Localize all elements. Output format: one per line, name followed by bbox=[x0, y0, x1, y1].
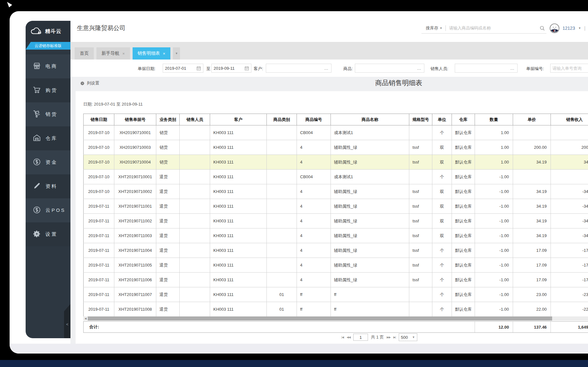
last-page-button[interactable]: ▶| bbox=[393, 336, 396, 339]
customer-filter-field[interactable]: … bbox=[266, 64, 331, 73]
table-row[interactable]: 2019-07-11XHT20190711001退货KH003 1114辅助属性… bbox=[84, 199, 588, 214]
table-cell: 2019-07-11 bbox=[84, 228, 114, 243]
prev-page-button[interactable]: ◀◀ bbox=[347, 336, 350, 339]
table-cell: 默认仓库 bbox=[452, 258, 475, 273]
close-icon[interactable]: × bbox=[163, 51, 166, 56]
calendar-icon[interactable] bbox=[196, 66, 201, 71]
page-size-select[interactable]: 500 ▼ bbox=[399, 333, 417, 341]
column-header[interactable]: 销售日期 bbox=[84, 114, 114, 125]
table-cell: XHT20190711004 bbox=[114, 243, 156, 258]
user-menu-caret-icon[interactable]: ▼ bbox=[578, 27, 581, 30]
sidebar-item-pencil[interactable]: 资料 bbox=[26, 174, 70, 198]
table-cell: 个 bbox=[432, 287, 452, 302]
column-header[interactable]: 业务类别 bbox=[156, 114, 180, 125]
tab-销售明细表[interactable]: 销售明细表× bbox=[133, 47, 171, 60]
user-id[interactable]: 12123 bbox=[563, 26, 575, 31]
table-cell: -23.00 bbox=[551, 287, 588, 302]
column-header[interactable]: 单价 bbox=[513, 114, 551, 125]
next-page-button[interactable]: ▶▶ bbox=[387, 336, 391, 339]
table-cell: XHT20190711007 bbox=[114, 287, 156, 302]
scrollbar-thumb[interactable] bbox=[88, 316, 552, 321]
column-header[interactable]: 商品名称 bbox=[331, 114, 409, 125]
table-row[interactable]: 2019-07-11XHT20190711006退货KH003 1114辅助属性… bbox=[84, 273, 588, 287]
logo[interactable]: 精斗云 bbox=[26, 21, 70, 42]
table-row[interactable]: 2019-07-11XHT20190711004退货KH003 1114辅助属性… bbox=[84, 243, 588, 258]
sidebar-item-dollar[interactable]: 资金 bbox=[26, 150, 70, 174]
tab-首页[interactable]: 首页 bbox=[75, 47, 94, 60]
table-cell bbox=[267, 199, 297, 214]
table-row[interactable]: 2019-07-11XHT20190711007退货KH003 11101fff… bbox=[84, 287, 588, 302]
table-row[interactable]: 2019-07-10XH20190710001销货KH003 111CB004成… bbox=[84, 125, 588, 140]
table-cell: 退货 bbox=[156, 273, 180, 287]
bill-no-field[interactable] bbox=[550, 64, 588, 73]
sidebar-collapse-handle[interactable]: < bbox=[64, 304, 70, 338]
table-cell: 个 bbox=[432, 273, 452, 287]
table-row[interactable]: 2019-07-10XHT20190710001退货KH003 111CB004… bbox=[84, 170, 588, 184]
product-lookup-button[interactable]: … bbox=[417, 66, 422, 71]
table-cell: 辅助属性_绿 bbox=[331, 214, 409, 228]
table-cell: XH20190710004 bbox=[114, 155, 156, 170]
page-total-label: 共 1 页 bbox=[371, 334, 384, 340]
table-row[interactable]: 2019-07-11XHT20190711003退货KH003 1114辅助属性… bbox=[84, 228, 588, 243]
sidebar-item-gear[interactable]: 设置 bbox=[26, 222, 70, 246]
salesperson-filter-field[interactable]: … bbox=[455, 64, 518, 73]
table-cell: -1.00 bbox=[475, 214, 513, 228]
calendar-icon[interactable] bbox=[244, 66, 249, 71]
table-cell: 销货 bbox=[156, 155, 180, 170]
date-to-field[interactable]: 2019-09-11 bbox=[211, 64, 251, 73]
close-icon[interactable]: × bbox=[122, 51, 125, 56]
column-header[interactable]: 销售收入 bbox=[551, 114, 588, 125]
sidebar-item-label: 购货 bbox=[45, 87, 58, 93]
table-cell: 2019-07-10 bbox=[84, 155, 114, 170]
sidebar-item-warehouse[interactable]: 仓库 bbox=[26, 126, 70, 150]
column-header[interactable]: 规格型号 bbox=[409, 114, 432, 125]
sidebar-item-store[interactable]: 电商 bbox=[26, 54, 70, 78]
sidebar-item-trolley[interactable]: 销货 bbox=[26, 102, 70, 126]
table-cell: 2019-07-11 bbox=[84, 258, 114, 273]
column-header[interactable]: 数量 bbox=[475, 114, 513, 125]
stock-search-mode[interactable]: 搜库存 bbox=[426, 25, 438, 31]
table-row[interactable]: 2019-07-11XHT20190711002退货KH003 1114辅助属性… bbox=[84, 214, 588, 228]
tab-list-dropdown[interactable]: ▼ bbox=[173, 47, 180, 60]
column-header[interactable]: 单位 bbox=[432, 114, 452, 125]
column-header[interactable]: 商品类别 bbox=[267, 114, 297, 125]
scroll-left-icon[interactable]: ◀ bbox=[83, 317, 88, 320]
bill-no-input[interactable] bbox=[552, 66, 588, 71]
table-row[interactable]: 2019-07-10XH20190710003销货KH003 1114辅助属性_… bbox=[84, 140, 588, 155]
table-row[interactable]: 2019-07-11XHT20190711005退货KH003 1114辅助属性… bbox=[84, 258, 588, 273]
column-header[interactable]: 商品编号 bbox=[297, 114, 331, 125]
cloud-logo-icon bbox=[30, 27, 43, 36]
user-avatar[interactable] bbox=[550, 23, 559, 33]
table-cell: -1.00 bbox=[475, 243, 513, 258]
column-settings-button[interactable]: 列设置 bbox=[80, 80, 99, 86]
first-page-button[interactable]: |◀ bbox=[341, 336, 344, 339]
tab-新手导航[interactable]: 新手导航× bbox=[96, 47, 130, 60]
sidebar-item-dollar[interactable]: 云POS bbox=[26, 198, 70, 222]
table-row[interactable]: 2019-07-11XHT20190711008退货KH003 11101fff… bbox=[84, 302, 588, 317]
sidebar-item-cart[interactable]: 购货 bbox=[26, 78, 70, 102]
table-row[interactable]: 2019-07-10XHT20190710002退货KH003 1114辅助属性… bbox=[84, 184, 588, 199]
table-cell: -22.00 bbox=[551, 302, 588, 317]
date-to-label: 至 bbox=[206, 66, 210, 72]
table-cell: -1.00 bbox=[475, 287, 513, 302]
column-header[interactable]: 仓库 bbox=[452, 114, 475, 125]
date-from-field[interactable]: 2019-07-01 bbox=[163, 64, 203, 73]
salesperson-lookup-button[interactable]: … bbox=[510, 66, 515, 71]
page-number-input[interactable] bbox=[353, 334, 368, 341]
totals-price: 137.46 bbox=[513, 322, 551, 332]
table-header-row: 销售日期销售单据号业务类别销售人员客户商品类别商品编号商品名称规格型号单位仓库数… bbox=[84, 114, 588, 125]
table-cell: XH20190710003 bbox=[114, 140, 156, 155]
table-row[interactable]: 2019-07-10XH20190710004销货KH003 1114辅助属性_… bbox=[84, 155, 588, 170]
column-header[interactable]: 销售单据号 bbox=[114, 114, 156, 125]
product-search-input[interactable] bbox=[449, 26, 539, 30]
chevron-down-icon[interactable]: ▼ bbox=[440, 27, 443, 30]
table-cell: KH003 111 bbox=[210, 184, 267, 199]
customer-lookup-button[interactable]: … bbox=[324, 66, 329, 71]
product-filter-field[interactable]: … bbox=[355, 64, 424, 73]
search-icon[interactable] bbox=[539, 25, 545, 31]
table-cell: tssf bbox=[409, 273, 432, 287]
column-header[interactable]: 销售人员 bbox=[180, 114, 210, 125]
sidebar-item-label: 资料 bbox=[45, 183, 58, 189]
horizontal-scrollbar[interactable]: ◀ bbox=[83, 316, 588, 321]
column-header[interactable]: 客户 bbox=[210, 114, 267, 125]
